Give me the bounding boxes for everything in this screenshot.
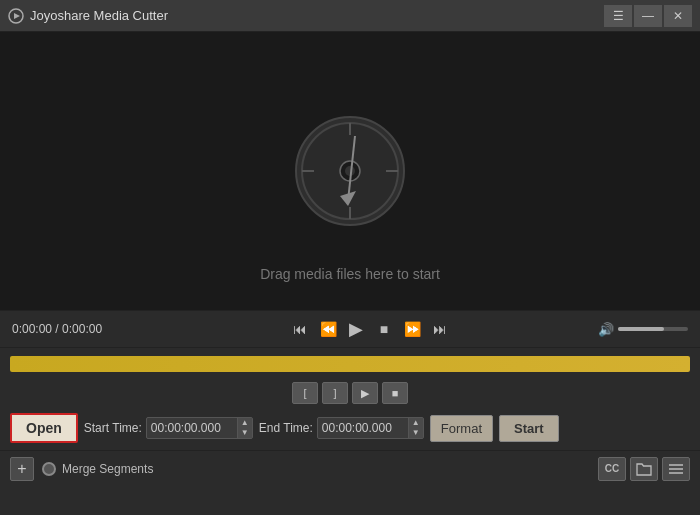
start-time-up-btn[interactable]: ▲ (238, 418, 252, 428)
close-btn[interactable]: ✕ (664, 5, 692, 27)
window-controls: ☰ — ✕ (604, 5, 692, 27)
folder-btn[interactable] (630, 457, 658, 481)
seg-mark-out-btn[interactable]: ] (322, 382, 348, 404)
start-time-label: Start Time: (84, 421, 142, 435)
merge-label: Merge Segments (62, 462, 153, 476)
seg-stop-btn[interactable]: ■ (382, 382, 408, 404)
end-time-label: End Time: (259, 421, 313, 435)
bottom-actions: CC (598, 457, 690, 481)
skip-back-btn[interactable]: ⏮ (288, 317, 312, 341)
transport-controls: ⏮ ⏪ ▶ ■ ⏩ ⏭ (150, 317, 590, 341)
seg-mark-in-btn[interactable]: [ (292, 382, 318, 404)
start-time-spinners: ▲ ▼ (237, 418, 252, 438)
next-frame-btn[interactable]: ⏩ (400, 317, 424, 341)
merge-row: Merge Segments (42, 462, 590, 476)
volume-fill (618, 327, 664, 331)
volume-area: 🔊 (598, 322, 688, 337)
drag-prompt: Drag media files here to start (260, 266, 440, 282)
app-icon (8, 8, 24, 24)
segment-icons-row: [ ] ▶ ■ (0, 378, 700, 406)
timeline-track[interactable] (10, 356, 690, 372)
end-time-input-wrap: ▲ ▼ (317, 417, 424, 439)
skip-fwd-btn[interactable]: ⏭ (428, 317, 452, 341)
open-button[interactable]: Open (10, 413, 78, 443)
minimize-btn[interactable]: — (634, 5, 662, 27)
end-time-spinners: ▲ ▼ (408, 418, 423, 438)
subtitle-btn[interactable]: CC (598, 457, 626, 481)
start-time-down-btn[interactable]: ▼ (238, 428, 252, 438)
start-button[interactable]: Start (499, 415, 559, 442)
end-time-input[interactable] (318, 418, 408, 438)
timeline-fill (10, 356, 690, 372)
play-btn[interactable]: ▶ (344, 317, 368, 341)
menu-btn[interactable]: ☰ (604, 5, 632, 27)
video-area: Drag media files here to start (0, 32, 700, 310)
stop-btn[interactable]: ■ (372, 317, 396, 341)
add-segment-btn[interactable]: + (10, 457, 34, 481)
merge-checkbox[interactable] (42, 462, 56, 476)
volume-icon: 🔊 (598, 322, 614, 337)
title-bar: Joyoshare Media Cutter ☰ — ✕ (0, 0, 700, 32)
bottom-bar: + Merge Segments CC (0, 450, 700, 486)
controls-row: Open Start Time: ▲ ▼ End Time: ▲ ▼ Forma… (0, 406, 700, 450)
film-icon (295, 116, 405, 226)
transport-bar: 0:00:00 / 0:00:00 ⏮ ⏪ ▶ ■ ⏩ ⏭ 🔊 (0, 310, 700, 348)
list-btn[interactable] (662, 457, 690, 481)
end-time-group: End Time: ▲ ▼ (259, 417, 424, 439)
start-time-input-wrap: ▲ ▼ (146, 417, 253, 439)
end-time-up-btn[interactable]: ▲ (409, 418, 423, 428)
format-button[interactable]: Format (430, 415, 493, 442)
svg-marker-1 (14, 13, 20, 19)
timeline-area (0, 348, 700, 372)
start-time-input[interactable] (147, 418, 237, 438)
time-display: 0:00:00 / 0:00:00 (12, 322, 142, 336)
prev-frame-btn[interactable]: ⏪ (316, 317, 340, 341)
app-title: Joyoshare Media Cutter (30, 8, 604, 23)
volume-slider[interactable] (618, 327, 688, 331)
start-time-group: Start Time: ▲ ▼ (84, 417, 253, 439)
seg-play-btn[interactable]: ▶ (352, 382, 378, 404)
end-time-down-btn[interactable]: ▼ (409, 428, 423, 438)
